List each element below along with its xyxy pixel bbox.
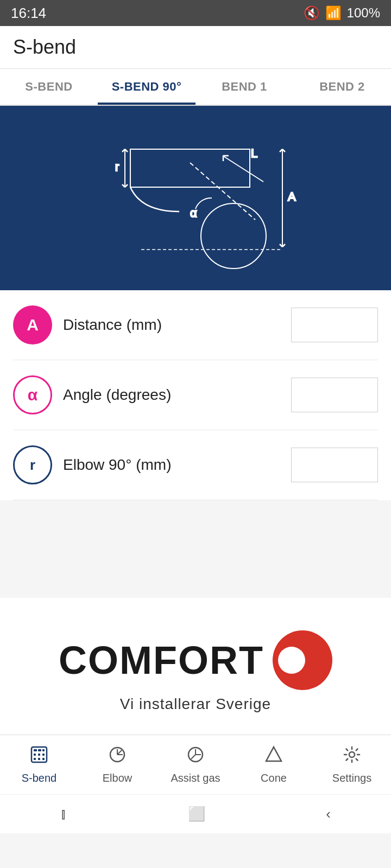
page-title: S-bend	[13, 36, 76, 58]
form-area: A Distance (mm) α Angle (degrees) r Elbo…	[0, 290, 391, 500]
tab-bend-2[interactable]: BEND 2	[293, 69, 391, 105]
svg-text:L: L	[251, 146, 257, 160]
android-menu-btn[interactable]: ⫿	[60, 806, 67, 822]
logo-subtitle: Vi installerar Sverige	[120, 695, 271, 713]
svg-rect-22	[34, 749, 37, 751]
top-bar: S-bend	[0, 26, 391, 69]
svg-line-2	[190, 163, 255, 220]
bottom-nav: S-bend Elbow Assist gas	[0, 735, 391, 794]
svg-rect-0	[130, 149, 250, 187]
nav-label-cone: Cone	[261, 772, 287, 784]
angle-icon: α	[13, 375, 52, 414]
svg-text:α: α	[190, 206, 197, 220]
nav-label-settings: Settings	[332, 772, 371, 784]
tabs-bar: S-BEND S-BEND 90° BEND 1 BEND 2	[0, 69, 391, 106]
assist-gas-nav-icon	[186, 745, 205, 769]
angle-input[interactable]	[291, 378, 378, 412]
elbow-nav-icon	[108, 745, 127, 769]
content-spacer	[0, 500, 391, 598]
android-nav: ⫿ ⬜ ‹	[0, 794, 391, 833]
elbow-label: Elbow 90° (mm)	[63, 456, 280, 474]
android-home-btn[interactable]: ⬜	[188, 806, 205, 822]
distance-row: A Distance (mm)	[13, 290, 378, 360]
nav-item-s-bend[interactable]: S-bend	[0, 739, 78, 790]
nav-label-assist-gas: Assist gas	[171, 772, 220, 784]
cone-nav-icon	[264, 745, 283, 769]
angle-row: α Angle (degrees)	[13, 360, 378, 430]
svg-rect-23	[38, 749, 41, 751]
distance-input[interactable]	[291, 308, 378, 342]
nav-item-elbow[interactable]: Elbow	[78, 739, 156, 790]
battery-icon: 100%	[347, 5, 380, 21]
logo-circle	[273, 630, 332, 690]
tab-s-bend-90[interactable]: S-BEND 90°	[98, 69, 195, 105]
svg-point-33	[349, 752, 355, 757]
svg-rect-27	[42, 754, 45, 756]
elbow-icon: r	[13, 445, 52, 484]
svg-rect-29	[38, 758, 40, 760]
svg-text:A: A	[288, 190, 296, 203]
comfort-logo: COMFORT	[59, 630, 332, 690]
s-bend-nav-icon	[29, 745, 49, 769]
nav-item-settings[interactable]: Settings	[313, 739, 391, 790]
wifi-icon: 📶	[325, 5, 342, 21]
logo-area: COMFORT Vi installerar Sverige	[0, 598, 391, 735]
distance-label: Distance (mm)	[63, 316, 280, 334]
svg-rect-26	[38, 754, 40, 756]
elbow-input[interactable]	[291, 448, 378, 482]
svg-rect-30	[42, 758, 45, 760]
mute-icon: 🔇	[304, 5, 320, 21]
svg-point-1	[201, 203, 266, 269]
nav-item-cone[interactable]: Cone	[235, 739, 313, 790]
status-time: 16:14	[11, 5, 46, 22]
nav-label-s-bend: S-bend	[22, 772, 57, 784]
nav-label-elbow: Elbow	[103, 772, 132, 784]
svg-rect-25	[34, 754, 36, 756]
distance-icon: A	[13, 305, 52, 344]
svg-rect-28	[34, 758, 36, 760]
status-right: 🔇 📶 100%	[304, 5, 380, 21]
svg-rect-24	[42, 749, 45, 751]
elbow-row: r Elbow 90° (mm)	[13, 430, 378, 500]
logo-text: COMFORT	[59, 638, 264, 682]
android-back-btn[interactable]: ‹	[326, 806, 331, 822]
nav-item-assist-gas[interactable]: Assist gas	[156, 739, 235, 790]
status-bar: 16:14 🔇 📶 100%	[0, 0, 391, 26]
tab-bend-1[interactable]: BEND 1	[195, 69, 293, 105]
svg-text:r: r	[115, 160, 119, 174]
angle-label: Angle (degrees)	[63, 386, 280, 404]
tab-s-bend[interactable]: S-BEND	[0, 69, 98, 105]
blueprint-diagram: r A L α	[0, 106, 391, 290]
settings-nav-icon	[342, 745, 362, 769]
blueprint-svg: r A L α	[71, 117, 320, 279]
